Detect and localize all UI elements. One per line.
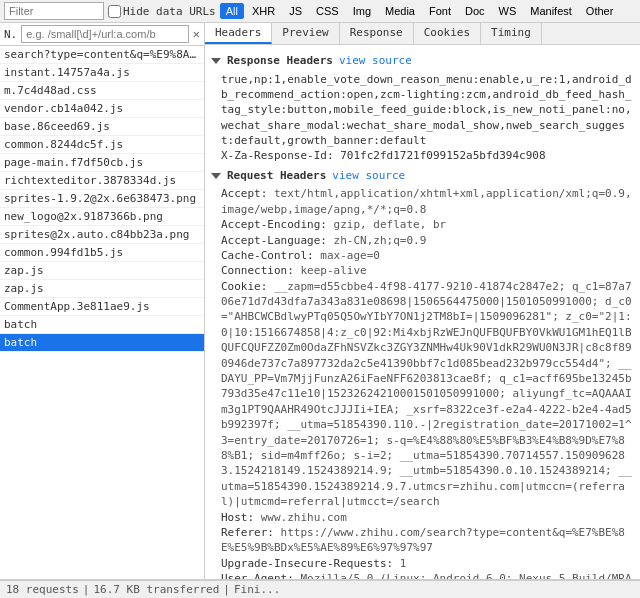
tab-headers[interactable]: Headers [205, 23, 272, 44]
request-item[interactable]: instant.14757a4a.js [0, 64, 204, 82]
tabs-bar: HeadersPreviewResponseCookiesTiming [205, 23, 640, 45]
response-headers-header: Response Headers view source [211, 53, 634, 70]
header-name: Host: [221, 511, 261, 524]
response-headers-content: true,np:1,enable_vote_down_reason_menu:e… [221, 72, 634, 164]
request-item[interactable]: sprites@2x.auto.c84bb23a.png [0, 226, 204, 244]
response-headers-triangle[interactable] [211, 58, 221, 64]
left-header-label: N. [4, 28, 17, 41]
type-btn-xhr[interactable]: XHR [246, 3, 281, 19]
request-header-entry: Accept: text/html,application/xhtml+xml,… [221, 186, 634, 217]
request-item[interactable]: sprites-1.9.2@2x.6e638473.png [0, 190, 204, 208]
request-item[interactable]: CommentApp.3e811ae9.js [0, 298, 204, 316]
header-value: text/html,application/xhtml+xml,applicat… [221, 187, 632, 215]
request-header-entry: Referer: https://www.zhihu.com/search?ty… [221, 525, 634, 556]
response-headers-section: Response Headers view source true,np:1,e… [211, 53, 634, 164]
request-headers-entries: Accept: text/html,application/xhtml+xml,… [211, 186, 634, 579]
request-item[interactable]: batch [0, 334, 204, 352]
header-value: zh-CN,zh;q=0.9 [334, 234, 427, 247]
header-name: Accept-Encoding: [221, 218, 334, 231]
header-name: Referer: [221, 526, 281, 539]
request-item[interactable]: search?type=content&q=%E9%8A... [0, 46, 204, 64]
right-panel: HeadersPreviewResponseCookiesTiming Resp… [205, 23, 640, 579]
header-name: User-Agent: [221, 572, 300, 579]
tab-timing[interactable]: Timing [481, 23, 542, 44]
type-btn-font[interactable]: Font [423, 3, 457, 19]
type-btn-doc[interactable]: Doc [459, 3, 491, 19]
request-headers-view-source[interactable]: view source [332, 168, 405, 185]
toolbar: Hide data URLs AllXHRJSCSSImgMediaFontDo… [0, 0, 640, 23]
header-name: Upgrade-Insecure-Requests: [221, 557, 400, 570]
header-value: 1 [400, 557, 407, 570]
request-item[interactable]: zap.js [0, 280, 204, 298]
header-value: gzip, deflate, br [334, 218, 447, 231]
request-item[interactable]: zap.js [0, 262, 204, 280]
hide-data-urls-checkbox[interactable] [108, 5, 121, 18]
response-headers-view-source[interactable]: view source [339, 53, 412, 70]
tab-preview[interactable]: Preview [272, 23, 339, 44]
request-item[interactable]: richtexteditor.3878334d.js [0, 172, 204, 190]
type-btn-manifest[interactable]: Manifest [524, 3, 578, 19]
request-header-entry: Accept-Language: zh-CN,zh;q=0.9 [221, 233, 634, 248]
type-btn-all[interactable]: All [220, 3, 244, 19]
header-name: Connection: [221, 264, 300, 277]
request-item[interactable]: common.8244dc5f.js [0, 136, 204, 154]
request-item[interactable]: common.994fd1b5.js [0, 244, 204, 262]
requests-count: 18 requests [6, 583, 79, 596]
header-value: max-age=0 [320, 249, 380, 262]
type-btn-js[interactable]: JS [283, 3, 308, 19]
tab-response[interactable]: Response [340, 23, 414, 44]
request-headers-title: Request Headers [227, 168, 326, 185]
type-btn-css[interactable]: CSS [310, 3, 345, 19]
header-name: Cache-Control: [221, 249, 320, 262]
request-item[interactable]: batch [0, 316, 204, 334]
request-header-entry: Cookie: __zapm=d55cbbe4-4f98-4177-9210-4… [221, 279, 634, 510]
request-header-entry: Connection: keep-alive [221, 263, 634, 278]
main-area: N. ✕ search?type=content&q=%E9%8A...inst… [0, 23, 640, 580]
header-value: __zapm=d55cbbe4-4f98-4177-9210-41874c284… [221, 280, 632, 508]
response-headers-title: Response Headers [227, 53, 333, 70]
type-btn-media[interactable]: Media [379, 3, 421, 19]
request-headers-section: Request Headers view source Accept: text… [211, 168, 634, 579]
request-header-entry: Upgrade-Insecure-Requests: 1 [221, 556, 634, 571]
left-panel: N. ✕ search?type=content&q=%E9%8A...inst… [0, 23, 205, 579]
request-list: search?type=content&q=%E9%8A...instant.1… [0, 46, 204, 352]
hide-data-urls-label[interactable]: Hide data URLs [108, 5, 216, 18]
hide-data-urls-text: Hide data URLs [123, 5, 216, 18]
type-buttons: AllXHRJSCSSImgMediaFontDocWSManifestOthe… [220, 3, 620, 19]
header-value: https://www.zhihu.com/search?type=conten… [221, 526, 625, 554]
url-filter-input[interactable] [21, 25, 189, 43]
close-icon[interactable]: ✕ [193, 27, 200, 41]
type-btn-ws[interactable]: WS [493, 3, 523, 19]
request-headers-triangle[interactable] [211, 173, 221, 179]
status-bar: 18 requests | 16.7 KB transferred | Fini… [0, 580, 640, 598]
header-value: keep-alive [300, 264, 366, 277]
type-btn-img[interactable]: Img [347, 3, 377, 19]
request-header-entry: Host: www.zhihu.com [221, 510, 634, 525]
header-value: www.zhihu.com [261, 511, 347, 524]
request-header-entry: User-Agent: Mozilla/5.0 (Linux; Android … [221, 571, 634, 579]
request-headers-header: Request Headers view source [211, 168, 634, 185]
request-item[interactable]: m.7c4d48ad.css [0, 82, 204, 100]
right-content: Response Headers view source true,np:1,e… [205, 45, 640, 579]
request-item[interactable]: new_logo@2x.9187366b.png [0, 208, 204, 226]
request-item[interactable]: page-main.f7df50cb.js [0, 154, 204, 172]
request-header-entry: Accept-Encoding: gzip, deflate, br [221, 217, 634, 232]
url-input-bar: N. ✕ [0, 23, 204, 46]
header-name: Accept-Language: [221, 234, 334, 247]
request-item[interactable]: base.86ceed69.js [0, 118, 204, 136]
header-name: Cookie: [221, 280, 274, 293]
request-header-entry: Cache-Control: max-age=0 [221, 248, 634, 263]
finishing-status: Fini... [234, 583, 280, 596]
type-btn-other[interactable]: Other [580, 3, 620, 19]
transferred-size: 16.7 KB transferred [93, 583, 219, 596]
filter-input[interactable] [4, 2, 104, 20]
request-item[interactable]: vendor.cb14a042.js [0, 100, 204, 118]
tab-cookies[interactable]: Cookies [414, 23, 481, 44]
header-name: Accept: [221, 187, 274, 200]
